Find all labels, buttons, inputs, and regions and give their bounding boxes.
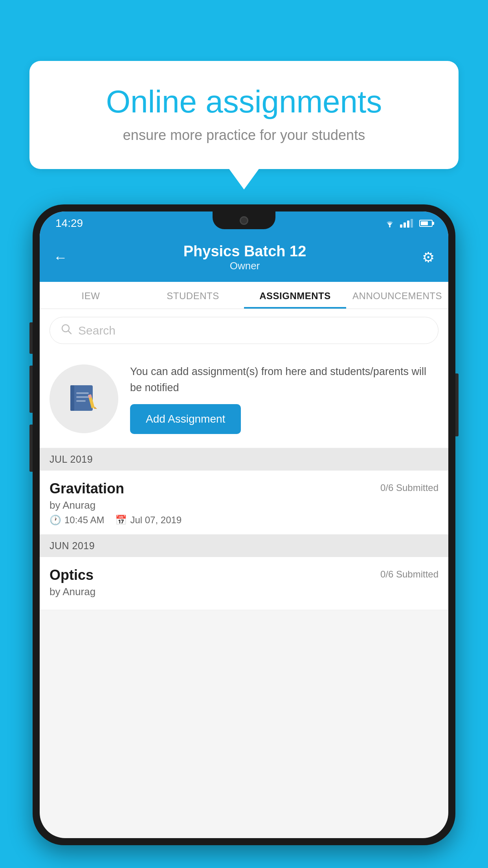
back-button[interactable]: ← bbox=[53, 249, 68, 266]
add-assignment-description: You can add assignment(s) from here and … bbox=[130, 364, 438, 395]
wifi-icon bbox=[384, 219, 395, 228]
battery-icon bbox=[419, 220, 433, 227]
section-header-jul: JUL 2019 bbox=[40, 448, 448, 471]
tab-bar: IEW STUDENTS ASSIGNMENTS ANNOUNCEMENTS bbox=[40, 282, 448, 309]
assignment-by-optics: by Anurag bbox=[50, 586, 438, 598]
status-time: 14:29 bbox=[55, 217, 83, 230]
settings-icon[interactable]: ⚙ bbox=[422, 249, 435, 266]
assignment-top-optics: Optics 0/6 Submitted bbox=[50, 567, 438, 583]
phone-frame: 14:29 bbox=[33, 204, 455, 845]
assignment-top: Gravitation 0/6 Submitted bbox=[50, 480, 438, 497]
assignment-item-gravitation[interactable]: Gravitation 0/6 Submitted by Anurag 🕐 10… bbox=[40, 471, 448, 535]
assignment-meta-gravitation: 🕐 10:45 AM 📅 Jul 07, 2019 bbox=[50, 515, 438, 526]
svg-rect-4 bbox=[70, 385, 74, 411]
svg-rect-6 bbox=[76, 396, 89, 398]
header-subtitle: Owner bbox=[68, 260, 422, 272]
meta-date-value: Jul 07, 2019 bbox=[130, 515, 182, 526]
search-bar[interactable]: Search bbox=[50, 317, 438, 344]
add-assignment-section: You can add assignment(s) from here and … bbox=[40, 352, 448, 448]
section-header-jun: JUN 2019 bbox=[40, 535, 448, 557]
side-button-power bbox=[455, 373, 459, 436]
side-button-volume-down2 bbox=[29, 425, 33, 472]
phone-wrapper: 14:29 bbox=[33, 204, 455, 868]
header-center: Physics Batch 12 Owner bbox=[68, 243, 422, 272]
svg-point-0 bbox=[389, 226, 391, 228]
search-container: Search bbox=[40, 309, 448, 352]
search-icon bbox=[61, 324, 72, 337]
side-button-volume-down bbox=[29, 366, 33, 413]
svg-rect-7 bbox=[76, 400, 86, 402]
side-button-volume-up bbox=[29, 322, 33, 354]
search-placeholder: Search bbox=[78, 324, 116, 337]
add-assignment-right: You can add assignment(s) from here and … bbox=[130, 364, 438, 434]
header-title: Physics Batch 12 bbox=[68, 243, 422, 260]
assignment-name-optics: Optics bbox=[50, 567, 94, 583]
camera-dot bbox=[240, 216, 248, 225]
bubble-title: Online assignments bbox=[57, 85, 431, 119]
notebook-icon bbox=[66, 381, 102, 417]
phone-notch bbox=[213, 211, 275, 229]
speech-bubble-container: Online assignments ensure more practice … bbox=[29, 61, 459, 169]
meta-time-gravitation: 🕐 10:45 AM bbox=[50, 515, 104, 526]
bubble-subtitle: ensure more practice for your students bbox=[57, 127, 431, 143]
add-assignment-button[interactable]: Add Assignment bbox=[130, 404, 241, 434]
assignment-by-gravitation: by Anurag bbox=[50, 499, 438, 511]
tab-announcements[interactable]: ANNOUNCEMENTS bbox=[346, 282, 448, 309]
assignment-submitted-gravitation: 0/6 Submitted bbox=[380, 480, 438, 493]
tab-students[interactable]: STUDENTS bbox=[142, 282, 244, 309]
assignment-item-optics[interactable]: Optics 0/6 Submitted by Anurag bbox=[40, 557, 448, 610]
phone-screen: 14:29 bbox=[40, 211, 448, 838]
assignment-name-gravitation: Gravitation bbox=[50, 480, 124, 497]
svg-rect-5 bbox=[76, 392, 89, 394]
assignment-submitted-optics: 0/6 Submitted bbox=[380, 567, 438, 580]
tab-assignments[interactable]: ASSIGNMENTS bbox=[244, 282, 346, 309]
notebook-icon-circle bbox=[50, 364, 118, 433]
calendar-icon: 📅 bbox=[115, 515, 127, 526]
status-icons bbox=[384, 219, 433, 228]
app-header: ← Physics Batch 12 Owner ⚙ bbox=[40, 235, 448, 282]
meta-time-value: 10:45 AM bbox=[64, 515, 104, 526]
tab-iew[interactable]: IEW bbox=[40, 282, 142, 309]
meta-date-gravitation: 📅 Jul 07, 2019 bbox=[115, 515, 182, 526]
signal-icon bbox=[400, 219, 413, 228]
content-area: Search bbox=[40, 309, 448, 610]
svg-line-2 bbox=[68, 331, 71, 334]
clock-icon: 🕐 bbox=[50, 515, 61, 526]
speech-bubble: Online assignments ensure more practice … bbox=[29, 61, 459, 169]
